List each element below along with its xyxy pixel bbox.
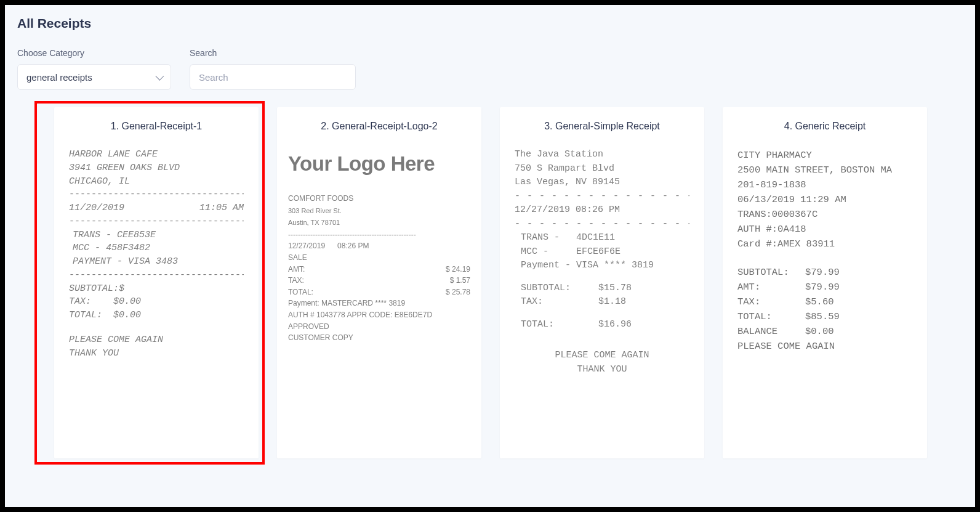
category-label: Choose Category bbox=[17, 48, 171, 58]
chevron-down-icon bbox=[155, 72, 164, 81]
category-select[interactable]: general receipts bbox=[17, 64, 171, 90]
card-title: 1. General-Receipt-1 bbox=[65, 121, 247, 132]
search-label: Search bbox=[190, 48, 356, 58]
receipt-card-1[interactable]: 1. General-Receipt-1 HARBOR LANE CAFE 39… bbox=[54, 107, 259, 458]
receipt-card-3[interactable]: 3. General-Simple Receipt The Java Stati… bbox=[500, 107, 704, 458]
card-title: 2. General-Receipt-Logo-2 bbox=[288, 121, 470, 132]
search-input[interactable] bbox=[190, 64, 356, 90]
card-title: 3. General-Simple Receipt bbox=[511, 121, 693, 132]
logo-placeholder: Your Logo Here bbox=[288, 148, 470, 179]
receipt-card-4[interactable]: 4. Generic Receipt CITY PHARMACY 2500 MA… bbox=[723, 107, 927, 458]
receipt-grid: 1. General-Receipt-1 HARBOR LANE CAFE 39… bbox=[17, 107, 963, 458]
page-title: All Receipts bbox=[17, 16, 963, 31]
category-select-value: general receipts bbox=[26, 72, 92, 83]
receipt-preview: The Java Station 750 S Rampart Blvd Las … bbox=[511, 148, 693, 376]
receipt-preview: CITY PHARMACY 2500 MAIN STREET, BOSTON M… bbox=[734, 148, 916, 354]
controls-row: Choose Category general receipts Search bbox=[17, 48, 963, 90]
receipt-card-2[interactable]: 2. General-Receipt-Logo-2 Your Logo Here… bbox=[277, 107, 481, 458]
receipt-preview: HARBOR LANE CAFE 3941 GREEN OAKS BLVD CH… bbox=[65, 148, 247, 360]
receipt-preview: Your Logo Here COMFORT FOODS 303 Red Riv… bbox=[288, 148, 470, 344]
card-title: 4. Generic Receipt bbox=[734, 121, 916, 132]
